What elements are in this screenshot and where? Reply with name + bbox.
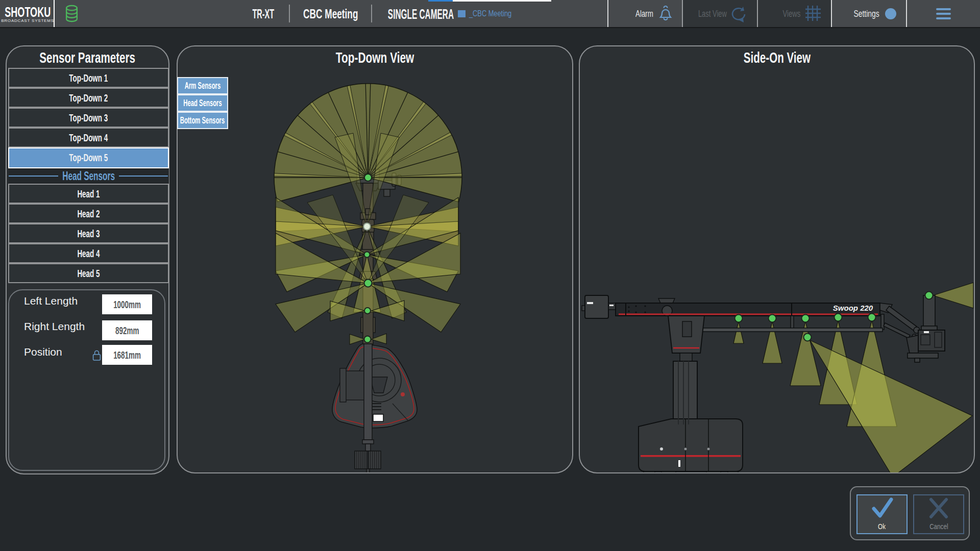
svg-text:Swoop 220: Swoop 220 (833, 304, 873, 312)
